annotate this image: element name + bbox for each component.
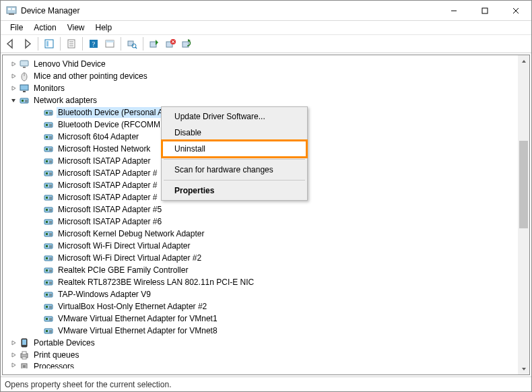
menu-help[interactable]: Help bbox=[90, 22, 118, 34]
spacer bbox=[34, 254, 42, 262]
device-icon bbox=[19, 59, 30, 69]
tree-node[interactable]: Network adapters bbox=[9, 94, 517, 106]
tree-leaf[interactable]: Microsoft ISATAP Adapter #5 bbox=[34, 203, 517, 216]
toolbar-separator bbox=[38, 37, 38, 51]
chevron-down-icon[interactable] bbox=[9, 96, 18, 104]
nic-icon bbox=[43, 131, 54, 142]
menu-view[interactable]: View bbox=[62, 22, 90, 34]
ctx-separator bbox=[164, 159, 305, 160]
minimize-button[interactable] bbox=[438, 1, 469, 21]
tree-leaf-label: Microsoft 6to4 Adapter bbox=[57, 131, 140, 142]
tree-leaf-label: Microsoft ISATAP Adapter # bbox=[57, 192, 158, 203]
nic-icon bbox=[43, 216, 54, 227]
ctx-scan-hardware[interactable]: Scan for hardware changes bbox=[162, 162, 306, 178]
tree-leaf-label: VirtualBox Host-Only Ethernet Adapter #2 bbox=[57, 301, 208, 312]
tree-leaf[interactable]: Realtek PCIe GBE Family Controller bbox=[34, 264, 517, 276]
tree-leaf-label: Microsoft Wi-Fi Direct Virtual Adapter bbox=[57, 240, 192, 251]
svg-rect-62 bbox=[46, 185, 48, 187]
toolbar-separator bbox=[60, 37, 61, 51]
tree-leaf-label: Bluetooth Device (RFCOMM bbox=[57, 119, 162, 130]
refresh-button[interactable] bbox=[179, 36, 194, 51]
tree-leaf[interactable]: Microsoft Kernel Debug Network Adapter bbox=[34, 228, 517, 240]
uninstall-device-button[interactable] bbox=[163, 36, 178, 51]
tree-leaf-label: Microsoft Kernel Debug Network Adapter bbox=[57, 228, 205, 239]
spacer bbox=[34, 230, 42, 238]
toolbar-separator bbox=[121, 37, 121, 51]
tree-leaf[interactable]: Realtek RTL8723BE Wireless LAN 802.11n P… bbox=[34, 276, 517, 288]
tree-leaf[interactable]: TAP-Windows Adapter V9 bbox=[34, 288, 517, 300]
scroll-up-button[interactable] bbox=[518, 55, 529, 67]
svg-rect-2 bbox=[12, 8, 15, 10]
nic-icon bbox=[43, 325, 54, 336]
tree-leaf-label: Microsoft Hosted Network bbox=[57, 143, 152, 154]
tree-node[interactable]: Monitors bbox=[9, 82, 517, 94]
tree-leaf[interactable]: Microsoft ISATAP Adapter #6 bbox=[34, 216, 517, 228]
svg-rect-28 bbox=[23, 67, 26, 68]
ctx-uninstall[interactable]: Uninstall bbox=[162, 141, 306, 157]
device-tree[interactable]: Lenovo Vhid DeviceMice and other pointin… bbox=[3, 55, 518, 374]
status-text: Opens property sheet for the current sel… bbox=[5, 380, 171, 389]
tree-leaf[interactable]: VMware Virtual Ethernet Adapter for VMne… bbox=[34, 313, 517, 325]
spacer bbox=[34, 121, 42, 129]
spacer bbox=[34, 108, 42, 117]
vertical-scrollbar[interactable] bbox=[518, 55, 529, 374]
update-driver-button[interactable] bbox=[147, 36, 162, 51]
chevron-right-icon[interactable] bbox=[9, 84, 18, 92]
legacy-properties-button[interactable] bbox=[102, 36, 117, 51]
menu-file[interactable]: File bbox=[5, 22, 28, 34]
tree-leaf-label: Microsoft ISATAP Adapter # bbox=[57, 168, 158, 178]
svg-rect-98 bbox=[46, 294, 48, 296]
show-hide-console-tree-button[interactable] bbox=[42, 36, 57, 51]
svg-rect-94 bbox=[46, 282, 48, 284]
spacer bbox=[34, 266, 42, 274]
chevron-right-icon[interactable] bbox=[9, 339, 18, 347]
ctx-disable[interactable]: Disable bbox=[162, 125, 306, 141]
tree-leaf[interactable]: VirtualBox Host-Only Ethernet Adapter #2 bbox=[34, 300, 517, 313]
tree-leaf[interactable]: Microsoft Wi-Fi Direct Virtual Adapter #… bbox=[34, 252, 517, 264]
forward-button[interactable] bbox=[20, 36, 34, 51]
toolbar: ? bbox=[1, 34, 531, 53]
tree-node[interactable]: Print queues bbox=[9, 349, 517, 361]
nic-icon bbox=[43, 265, 54, 275]
scroll-thumb[interactable] bbox=[519, 141, 528, 228]
nic-icon bbox=[43, 253, 54, 263]
context-menu: Update Driver Software... Disable Uninst… bbox=[161, 106, 308, 201]
ctx-properties[interactable]: Properties bbox=[162, 183, 306, 199]
svg-text:?: ? bbox=[92, 40, 96, 48]
tree-leaf[interactable]: Microsoft Wi-Fi Direct Virtual Adapter bbox=[34, 240, 517, 252]
chevron-right-icon[interactable] bbox=[9, 351, 18, 359]
svg-rect-78 bbox=[46, 233, 48, 235]
tree-node[interactable]: Mice and other pointing devices bbox=[9, 70, 517, 82]
nic-icon bbox=[43, 313, 54, 324]
menu-action[interactable]: Action bbox=[28, 22, 61, 34]
tree-leaf[interactable]: VMware Virtual Ethernet Adapter for VMne… bbox=[34, 325, 517, 337]
svg-rect-42 bbox=[46, 124, 48, 126]
ctx-separator bbox=[164, 180, 305, 181]
ctx-update-driver[interactable]: Update Driver Software... bbox=[162, 108, 306, 125]
tree-node-label: Processors bbox=[32, 361, 75, 368]
svg-rect-27 bbox=[20, 61, 28, 66]
tree-leaf-label: Microsoft ISATAP Adapter #6 bbox=[57, 216, 163, 227]
back-button[interactable] bbox=[3, 36, 18, 51]
tree-node-label: Portable Devices bbox=[32, 337, 96, 348]
tree-node[interactable]: Portable Devices bbox=[9, 337, 517, 349]
tree-leaf-label: Realtek PCIe GBE Family Controller bbox=[57, 265, 189, 275]
chevron-right-icon[interactable] bbox=[9, 60, 18, 68]
chevron-right-icon[interactable] bbox=[9, 72, 18, 80]
scroll-track[interactable] bbox=[518, 67, 529, 363]
svg-rect-21 bbox=[150, 42, 156, 47]
spacer bbox=[34, 193, 42, 201]
tree-node[interactable]: Processors bbox=[9, 361, 517, 368]
help-button[interactable]: ? bbox=[86, 36, 101, 51]
svg-rect-18 bbox=[128, 41, 133, 46]
chevron-right-icon[interactable] bbox=[9, 361, 18, 368]
spacer bbox=[34, 169, 42, 177]
scan-hardware-button[interactable] bbox=[125, 36, 139, 51]
scroll-down-button[interactable] bbox=[518, 363, 529, 374]
close-button[interactable] bbox=[500, 1, 531, 21]
tree-leaf-label: VMware Virtual Ethernet Adapter for VMne… bbox=[57, 325, 219, 336]
tree-node[interactable]: Lenovo Vhid Device bbox=[9, 58, 517, 70]
maximize-button[interactable] bbox=[469, 1, 500, 21]
properties-button[interactable] bbox=[64, 36, 79, 51]
svg-rect-82 bbox=[46, 245, 48, 247]
